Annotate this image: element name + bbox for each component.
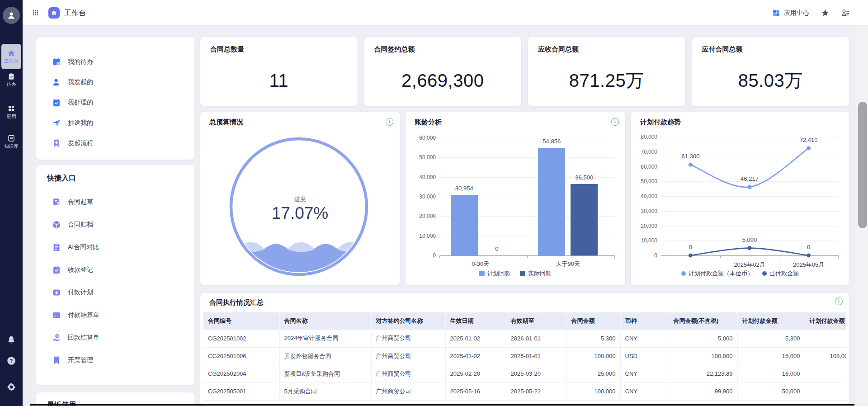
cell: CNY <box>620 365 669 382</box>
column-header-合同金额(不含税)[interactable]: 合同金额(不含税) <box>669 312 737 330</box>
menu-item-我的待办[interactable]: 我的待办 <box>36 52 194 72</box>
column-header-合同名称[interactable]: 合同名称 <box>279 312 371 330</box>
menu-item-开票管理[interactable]: 开票管理 <box>36 349 194 372</box>
settings-gear-icon[interactable] <box>0 382 23 392</box>
clipboard-check-icon <box>52 265 61 275</box>
todo-clipboard-icon <box>7 72 15 80</box>
menu-item-抄送我的[interactable]: 抄送我的 <box>36 113 194 133</box>
column-header-有效期至[interactable]: 有效期至 <box>506 312 566 330</box>
clipboard-check-icon <box>52 98 61 108</box>
bell-icon[interactable] <box>0 335 23 345</box>
menu-item-收款登记[interactable]: 收款登记 <box>36 259 194 281</box>
legend-item-实际回款[interactable]: 实际回款 <box>520 269 552 278</box>
app-center-button[interactable]: 应用中心 <box>772 9 809 17</box>
stat-card-value: 2,669,300 <box>364 62 522 99</box>
cell: 广州商贸公司 <box>371 347 445 365</box>
column-header-生效日期[interactable]: 生效日期 <box>445 312 506 330</box>
bar-value-label: 0 <box>474 245 519 252</box>
legend-item-计划付款金额（本位币）[interactable]: 计划付款金额（本位币） <box>681 269 753 278</box>
menu-item-label: 合同起草 <box>68 198 93 206</box>
stat-card-title: 应付合同总额 <box>702 45 743 54</box>
column-header-计划付款金额（本位币）[interactable]: 计划付款金额（本位币） <box>805 312 846 330</box>
menu-item-AI合同对比[interactable]: AI合同对比 <box>36 236 194 259</box>
legend-label: 实际回款 <box>528 269 552 278</box>
table-row[interactable]: CG202501006开发外包服务合同广州商贸公司2025-01-022026-… <box>203 347 846 365</box>
column-header-合同编号[interactable]: 合同编号 <box>203 312 279 330</box>
cell: 100,000 <box>669 347 737 365</box>
x-axis-tick <box>614 255 615 258</box>
scrollbar-thumb[interactable] <box>858 102 867 228</box>
cell: 2026-01-01 <box>506 330 566 347</box>
legend-label: 计划回款 <box>487 269 511 278</box>
menu-item-合同归档[interactable]: 合同归档 <box>36 213 194 236</box>
contract-table: 合同编号合同名称对方签约公司名称生效日期有效期至合同金额币种合同金额(不含税)计… <box>203 312 846 401</box>
legend-item-已付款金额[interactable]: 已付款金额 <box>762 269 799 278</box>
table-row[interactable]: CG2025050015月采购合同广州商贸公司2025-05-162025-05… <box>203 382 846 400</box>
topbar: 工作台 应用中心 <box>23 0 868 26</box>
rail-item-label: 应用 <box>7 114 16 119</box>
cell: CNY <box>620 330 669 347</box>
home-icon <box>7 49 15 57</box>
workbench-app: 工作台待办应用AI知识库 ? 工作台 应用中心 我的待办我发起的我处理的抄送我的… <box>0 0 868 406</box>
point-value-label: 61,300 <box>668 153 713 160</box>
rail-item-知识库[interactable]: AI知识库 <box>0 134 23 149</box>
menu-item-付款结算单[interactable]: 付款结算单 <box>36 304 194 326</box>
gauge-value: 17.07% <box>200 204 400 223</box>
yen-badge-icon: ¥ <box>52 288 61 297</box>
menu-item-label: 付款计划 <box>68 288 93 297</box>
topbar-separator <box>44 7 44 18</box>
info-icon[interactable]: i <box>835 297 843 305</box>
table-row[interactable]: CG2025010022024年审计服务合同广州商贸公司2025-01-0220… <box>203 330 846 347</box>
rail-item-待办[interactable]: 待办 <box>0 72 23 87</box>
x-axis-category-label: 0-30天 <box>453 260 508 268</box>
cell: CG202505001 <box>203 382 279 400</box>
column-header-计划付款金额[interactable]: 计划付款金额 <box>737 312 805 330</box>
cell: 5,300 <box>737 330 805 347</box>
menu-item-label: 发起流程 <box>68 139 93 147</box>
rail-item-label: 待办 <box>7 82 16 87</box>
menu-item-发起流程[interactable]: 发起流程 <box>36 133 194 153</box>
column-header-币种[interactable]: 币种 <box>620 312 669 330</box>
cell: 25,000 <box>566 365 620 382</box>
ai-knowledge-icon: AI <box>7 134 15 142</box>
menu-item-label: 我处理的 <box>68 99 93 107</box>
cell: 5,300 <box>566 330 620 347</box>
gridline <box>439 157 614 158</box>
svg-text:?: ? <box>10 358 13 364</box>
y-axis-tick-label: 0 <box>433 252 436 259</box>
menu-item-label: 收款登记 <box>68 266 93 274</box>
legend-item-计划回款[interactable]: 计划回款 <box>479 269 511 278</box>
menu-item-回款结算单[interactable]: ¥回款结算单 <box>36 326 194 349</box>
avatar[interactable] <box>3 7 20 24</box>
menu-item-合同起草[interactable]: 合同起草 <box>36 191 194 213</box>
help-icon[interactable]: ? <box>0 356 23 366</box>
table-row[interactable]: CG202502004新项目it设备采购合同广州商贸公司2025-02-2020… <box>203 365 846 382</box>
menu-item-label: 抄送我的 <box>68 119 93 127</box>
star-icon[interactable] <box>821 9 830 17</box>
menu-item-label: 我发起的 <box>68 78 93 86</box>
stat-card-title: 应收合同总额 <box>538 45 579 54</box>
point-value-label: 5,000 <box>727 236 772 243</box>
aging-analysis-card: 账龄分析 i 010,00020,00030,00040,00050,00060… <box>406 112 625 285</box>
cell: CNY <box>620 382 669 400</box>
cell: CG202502004 <box>203 365 279 382</box>
rail-item-应用[interactable]: 应用 <box>0 104 23 119</box>
menu-item-我处理的[interactable]: 我处理的 <box>36 92 194 113</box>
menu-item-我发起的[interactable]: 我发起的 <box>36 72 194 92</box>
menu-item-付款计划[interactable]: ¥付款计划 <box>36 281 194 304</box>
legend-dot <box>762 271 767 276</box>
aging-bar-chart: 010,00020,00030,00040,00050,00060,0000-3… <box>406 112 625 285</box>
y-axis-tick-label: 40,000 <box>419 174 436 180</box>
user-icon <box>52 77 61 87</box>
rail-item-工作台[interactable]: 工作台 <box>1 44 21 69</box>
apps-grid-icon <box>7 104 15 113</box>
home-badge-icon[interactable] <box>48 7 60 19</box>
contract-table-body: CG2025010022024年审计服务合同广州商贸公司2025-01-0220… <box>203 330 846 400</box>
column-header-合同金额[interactable]: 合同金额 <box>566 312 620 330</box>
grid-9-icon[interactable] <box>32 9 39 17</box>
payment-trend-line-chart: 010,00020,00030,00040,00050,00060,00070,… <box>631 112 849 285</box>
column-header-对方签约公司名称[interactable]: 对方签约公司名称 <box>371 312 445 330</box>
y-axis-tick-label: 10,000 <box>419 233 436 239</box>
profile-settings-icon[interactable] <box>841 9 850 17</box>
point-value-label: 72,410 <box>786 137 831 143</box>
